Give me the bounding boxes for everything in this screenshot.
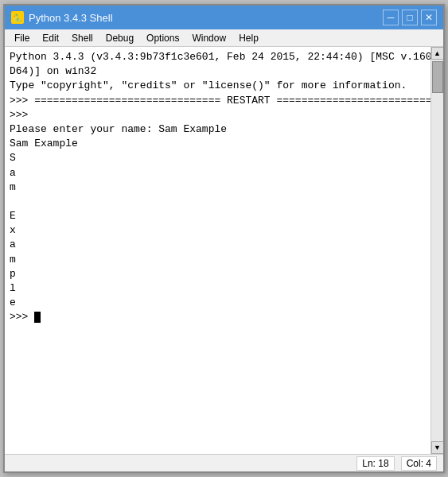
scrollbar-thumb[interactable]	[432, 61, 443, 93]
title-bar: 🐍 Python 3.4.3 Shell ─ □ ✕	[5, 6, 443, 29]
status-col: Col: 4	[401, 456, 437, 471]
menu-help[interactable]: Help	[232, 29, 265, 46]
shell-content[interactable]: Python 3.4.3 (v3.4.3:9b73f1c3e601, Feb 2…	[5, 47, 430, 454]
scrollbar-track[interactable]	[431, 60, 443, 441]
window-title: Python 3.4.3 Shell	[29, 12, 113, 24]
scrollbar-up-button[interactable]: ▲	[431, 47, 444, 60]
menu-bar: File Edit Shell Debug Options Window Hel…	[5, 29, 443, 47]
close-button[interactable]: ✕	[421, 10, 437, 25]
menu-shell[interactable]: Shell	[65, 29, 99, 46]
title-bar-left: 🐍 Python 3.4.3 Shell	[11, 11, 113, 24]
minimize-button[interactable]: ─	[383, 10, 399, 25]
status-line: Ln: 18	[356, 456, 394, 471]
python-icon: 🐍	[11, 11, 24, 24]
main-area: Python 3.4.3 (v3.4.3:9b73f1c3e601, Feb 2…	[5, 47, 443, 454]
scrollbar[interactable]: ▲ ▼	[430, 47, 443, 454]
status-bar: Ln: 18 Col: 4	[5, 454, 443, 471]
menu-window[interactable]: Window	[185, 29, 232, 46]
menu-debug[interactable]: Debug	[99, 29, 140, 46]
cursor	[34, 312, 41, 323]
menu-file[interactable]: File	[8, 29, 36, 46]
maximize-button[interactable]: □	[402, 10, 418, 25]
main-window: 🐍 Python 3.4.3 Shell ─ □ ✕ File Edit She…	[3, 4, 445, 473]
shell-output: Python 3.4.3 (v3.4.3:9b73f1c3e601, Feb 2…	[10, 50, 426, 451]
title-controls: ─ □ ✕	[383, 10, 437, 25]
menu-edit[interactable]: Edit	[36, 29, 65, 46]
scrollbar-down-button[interactable]: ▼	[431, 441, 444, 454]
menu-options[interactable]: Options	[140, 29, 185, 46]
